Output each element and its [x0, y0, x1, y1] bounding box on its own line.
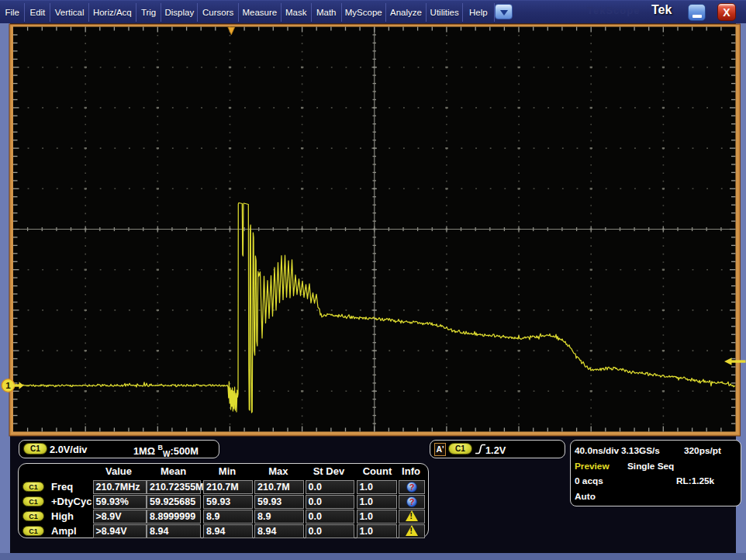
svg-text:1: 1 [5, 381, 11, 390]
